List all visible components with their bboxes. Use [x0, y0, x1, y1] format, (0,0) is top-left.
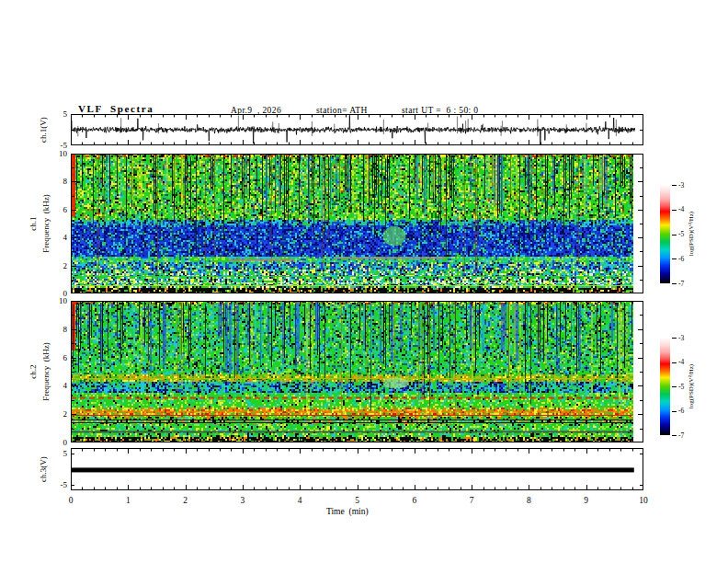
- colorbar-tick-label: -6: [678, 255, 684, 263]
- colorbar-tick-label: -7: [678, 280, 684, 288]
- colorbar-tick: [672, 259, 677, 259]
- time-tick-label: 8: [513, 496, 544, 505]
- freq-tick-label: 6: [40, 353, 67, 362]
- colorbar-tick-label: -6: [678, 407, 684, 415]
- ch1-volt-tick-label: 5: [40, 109, 67, 119]
- time-tick-label: 10: [628, 496, 659, 505]
- ch3-waveform-canvas: [71, 448, 643, 490]
- vlf-spectra-figure: VLF Spectra Apr.9 , 2026 station= ATH st…: [0, 0, 728, 563]
- freq-tick-label: 2: [40, 261, 67, 270]
- ch2-colorbar-label: log(PSD)(V²/Hz): [688, 364, 695, 408]
- colorbar-tick: [672, 235, 677, 236]
- colorbar-tick: [672, 185, 677, 186]
- freq-tick-label: 4: [40, 233, 67, 242]
- colorbar-tick: [672, 283, 677, 284]
- colorbar-tick: [672, 386, 677, 387]
- ch2-colorbar: [660, 338, 670, 435]
- ch1-volt-axis-label: ch.1(V): [39, 117, 48, 143]
- ch1-spectrogram-panel: [71, 154, 643, 293]
- colorbar-tick-label: -4: [678, 205, 684, 213]
- time-tick-label: 6: [399, 496, 430, 505]
- ch1-spectrogram-canvas: [71, 154, 643, 293]
- colorbar-tick-label: -4: [678, 358, 684, 366]
- colorbar-tick-label: -7: [678, 431, 684, 440]
- time-tick-label: 3: [227, 496, 258, 505]
- colorbar-tick-label: -3: [678, 334, 684, 342]
- time-axis-label: Time (min): [326, 507, 369, 516]
- time-tick-label: 7: [456, 496, 487, 505]
- ch3-volt-axis-label: ch.3(V): [39, 456, 48, 482]
- colorbar-tick: [672, 435, 677, 436]
- freq-tick-label: 10: [40, 149, 67, 158]
- figure-title: VLF Spectra: [78, 103, 154, 114]
- ch1-waveform-canvas: [71, 114, 643, 145]
- freq-tick-label: 6: [40, 205, 67, 214]
- freq-tick-label: 10: [40, 296, 67, 305]
- freq-tick-label: 2: [40, 409, 67, 419]
- ch2-channel-label: ch.2: [28, 364, 38, 378]
- colorbar-tick: [672, 210, 677, 211]
- freq-tick-label: 8: [40, 325, 67, 334]
- time-tick-label: 5: [342, 496, 373, 505]
- colorbar-tick-label: -5: [678, 230, 684, 238]
- time-tick-label: 0: [55, 496, 86, 505]
- colorbar-tick: [672, 411, 677, 412]
- ch1-waveform-panel: [71, 114, 643, 145]
- time-tick-label: 4: [284, 496, 315, 505]
- time-tick-label: 9: [571, 496, 602, 505]
- ch3-waveform-panel: [71, 448, 643, 490]
- freq-tick-label: 0: [40, 438, 67, 447]
- colorbar-tick: [672, 362, 677, 363]
- ch1-channel-label: ch.1: [28, 216, 38, 230]
- ch2-spectrogram-canvas: [71, 301, 643, 442]
- freq-tick-label: 8: [40, 177, 67, 186]
- ch3-volt-tick-label: 5: [40, 449, 67, 458]
- ch1-freq-axis-label: Frequency (kHz): [41, 194, 51, 252]
- ch2-spectrogram-panel: [71, 301, 643, 442]
- time-tick-label: 2: [170, 496, 201, 505]
- ch1-colorbar: [660, 185, 670, 283]
- ch3-volt-tick-label: -5: [40, 480, 67, 489]
- freq-tick-label: 4: [40, 381, 67, 390]
- time-tick-label: 1: [112, 496, 143, 505]
- colorbar-tick-label: -3: [678, 181, 684, 190]
- colorbar-tick-label: -5: [678, 383, 684, 391]
- colorbar-tick: [672, 338, 677, 339]
- ch2-freq-axis-label: Frequency (kHz): [41, 342, 51, 400]
- ch1-colorbar-label: log(PSD)(V²/Hz): [688, 212, 695, 256]
